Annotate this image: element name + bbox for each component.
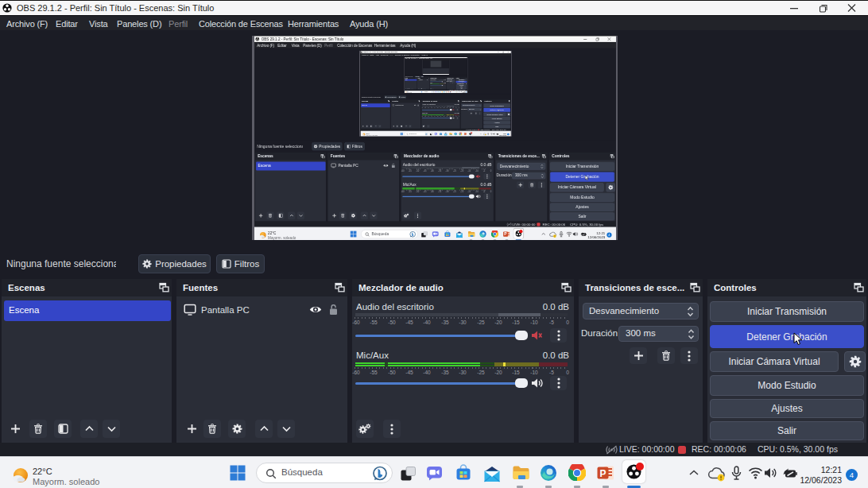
svg-text:P: P (504, 231, 507, 236)
svg-text:P: P (599, 468, 606, 479)
svg-text:P: P (448, 91, 448, 91)
svg-text:P: P (464, 133, 466, 134)
